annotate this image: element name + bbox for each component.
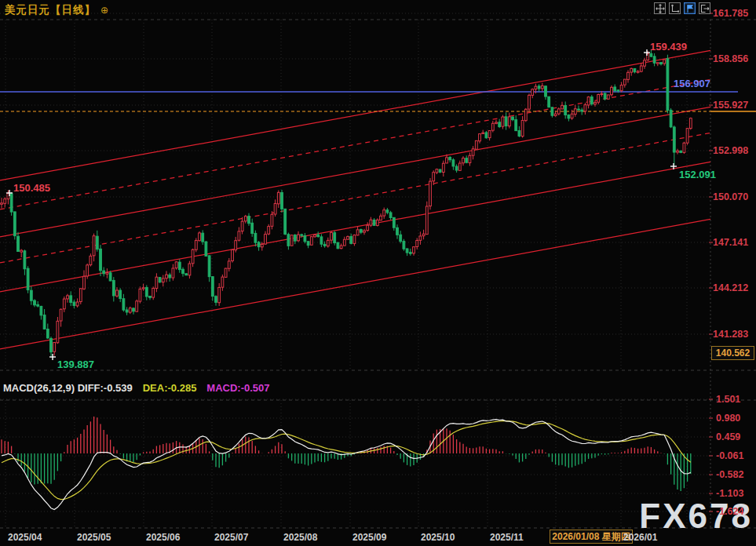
macd-tick: -0.061 bbox=[716, 450, 743, 461]
macd-value: MACD:-0.507 bbox=[206, 382, 269, 394]
add-indicator-icon[interactable]: ⊕ bbox=[100, 5, 109, 16]
price-tick: 152.998 bbox=[713, 145, 748, 156]
price-tick: 158.856 bbox=[713, 53, 748, 64]
macd-tick: -1.624 bbox=[716, 506, 743, 517]
time-label: 2025/08 bbox=[283, 532, 317, 543]
time-label: 2025/10 bbox=[421, 532, 455, 543]
macd-tick: -1.103 bbox=[716, 488, 743, 499]
time-label: 2025/05 bbox=[77, 532, 111, 543]
price-tick: 155.927 bbox=[713, 100, 748, 111]
macd-tick: 1.501 bbox=[716, 394, 740, 405]
price-tick: 147.141 bbox=[713, 237, 748, 248]
pullback-low-label: 152.091 bbox=[679, 169, 716, 180]
time-label: 2025/07 bbox=[214, 532, 248, 543]
macd-tick: 0.980 bbox=[716, 413, 740, 424]
time-label: 2026/01 bbox=[623, 532, 657, 543]
macd-tick: -0.582 bbox=[716, 469, 743, 480]
axis-scale-icon[interactable] bbox=[669, 2, 681, 14]
period-low-label: 139.887 bbox=[57, 359, 94, 370]
cursor-price-box: 140.562 bbox=[711, 346, 754, 360]
time-label: 2025/09 bbox=[352, 532, 386, 543]
macd-dea-value: DEA:-0.285 bbox=[143, 382, 197, 394]
period-high-label: 159.439 bbox=[650, 41, 687, 53]
macd-header: MACD(26,12,9) DIFF:-0.539 DEA:-0.285 MAC… bbox=[3, 382, 270, 394]
time-label: 2025/04 bbox=[8, 532, 42, 543]
price-tick: 161.785 bbox=[713, 8, 748, 19]
price-tick: 150.070 bbox=[713, 191, 748, 202]
macd-tick: 0.459 bbox=[716, 431, 740, 442]
blue-level-label: 156.907 bbox=[674, 78, 710, 89]
april-high-label: 150.485 bbox=[13, 182, 50, 194]
pane-exit-icon[interactable] bbox=[699, 2, 710, 14]
time-label: 2025/11 bbox=[490, 532, 524, 543]
price-tick: 144.212 bbox=[713, 282, 748, 293]
pan-icon[interactable] bbox=[654, 2, 666, 14]
price-tick: 141.283 bbox=[713, 329, 748, 340]
cursor-date-box: 2026/01/08 星期四 bbox=[550, 530, 633, 544]
symbol-title-text: 美元日元【日线】 bbox=[5, 4, 96, 16]
macd-formula-diff: MACD(26,12,9) DIFF:-0.539 bbox=[3, 382, 133, 394]
chart-toolbar bbox=[654, 2, 710, 14]
time-label: 2025/06 bbox=[146, 532, 180, 543]
symbol-title: 美元日元【日线】⊕ bbox=[5, 3, 109, 17]
trading-chart-window: 美元日元【日线】⊕ 140.562 2026/01/08 星期四 bbox=[0, 0, 756, 546]
chart-plot-area[interactable] bbox=[0, 0, 756, 546]
flag-marker-icon[interactable] bbox=[684, 2, 696, 14]
